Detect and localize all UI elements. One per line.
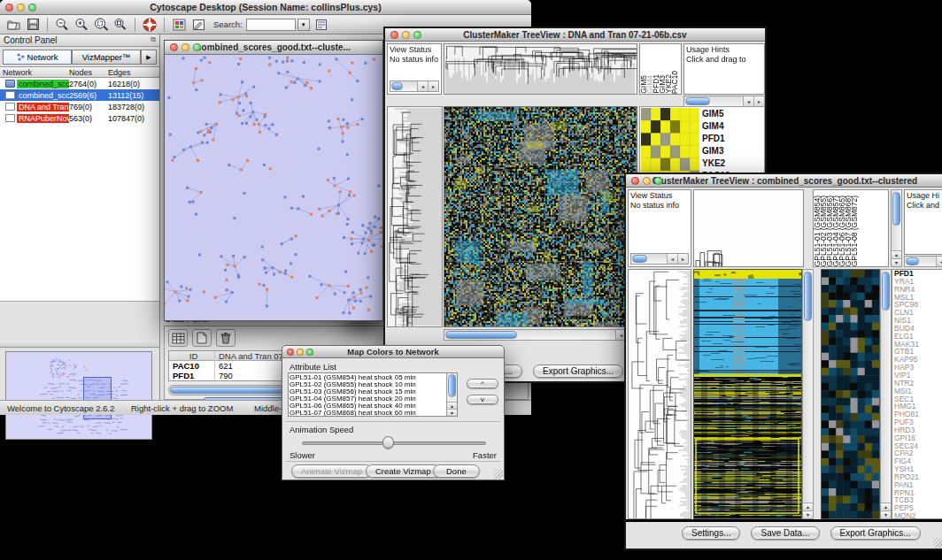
minimize-button[interactable] (297, 349, 304, 356)
zoom-button[interactable] (413, 31, 421, 39)
scroll-up-button[interactable]: ▴ (892, 250, 901, 258)
tv2-gene[interactable]: MON2 (892, 512, 942, 519)
animate-vizmap-button[interactable]: Animate Vizmap (291, 464, 372, 478)
tv1-column-label[interactable]: PAC10 (672, 71, 678, 94)
zoom-button[interactable] (193, 43, 201, 51)
attribute-listbox[interactable]: GPL51-01 (GSM854) heat shock 05 minGPL51… (288, 372, 458, 417)
zoom-in-icon[interactable] (73, 17, 89, 32)
minimize-button[interactable] (181, 43, 189, 51)
tv2-global-heatmap-canvas[interactable] (694, 270, 801, 518)
tv2-labels-vscrollbar[interactable]: ▴▾ (891, 189, 902, 267)
close-button[interactable] (631, 177, 639, 185)
network-table-header[interactable]: Network Nodes Edges (0, 66, 159, 78)
scroll-up-button[interactable]: ▴ (881, 502, 891, 510)
open-session-icon[interactable] (5, 17, 21, 32)
network-overview-canvas[interactable] (6, 352, 151, 439)
tv1-export-graphics-button[interactable]: Export Graphics... (533, 364, 623, 378)
resize-grip[interactable] (493, 469, 503, 479)
slider-thumb[interactable] (382, 436, 394, 449)
vscroll-thumb[interactable] (882, 272, 890, 311)
save-session-icon[interactable] (25, 17, 41, 32)
network-view-titlebar[interactable]: combined_scores_good.txt--cluste... (165, 41, 382, 55)
scroll-right-button[interactable]: ▸ (753, 96, 764, 106)
float-panel-icon[interactable]: ⧉ (151, 35, 156, 45)
tv1-global-heatmap-canvas[interactable] (444, 107, 637, 326)
new-attribute-icon[interactable] (192, 329, 212, 347)
tv1-zoom-gene[interactable]: GIM3 (702, 145, 764, 157)
tv1-column-dendrogram-canvas[interactable] (444, 44, 637, 94)
vscroll-thumb[interactable] (448, 374, 456, 397)
vscroll-thumb[interactable] (892, 192, 900, 226)
tv1-zoom-gene[interactable]: GIM4 (702, 120, 764, 133)
zoom-out-icon[interactable] (54, 17, 70, 32)
tv2-status-hscrollbar[interactable]: ◂▸ (630, 253, 689, 265)
tv2-row-dendrogram-canvas[interactable] (629, 270, 691, 518)
vizmap-icon[interactable] (171, 17, 187, 32)
scroll-right-button[interactable]: ▸ (428, 81, 438, 91)
col-network[interactable]: Network (0, 68, 69, 77)
zoom-button[interactable] (306, 349, 313, 356)
scroll-down-button[interactable]: ▾ (881, 510, 891, 518)
id-column-header[interactable]: ID (169, 351, 215, 361)
tv1-row-dendrogram[interactable] (387, 106, 443, 327)
scroll-left-button[interactable]: ◂ (936, 257, 942, 266)
treeview-dna-titlebar[interactable]: ClusterMaker TreeView : DNA and Tran 07-… (385, 28, 765, 42)
tab-overflow-button[interactable]: ▶ (141, 50, 157, 65)
scroll-left-button[interactable]: ◂ (667, 254, 677, 264)
panel-splitter[interactable] (0, 341, 159, 348)
move-up-button[interactable]: ^ (467, 379, 498, 388)
close-button[interactable] (170, 43, 178, 51)
hscroll-thumb[interactable] (391, 82, 403, 90)
dialog-titlebar[interactable]: Map Colors to Network (282, 346, 504, 358)
zoom-selected-icon[interactable] (93, 17, 109, 32)
network-list-row[interactable]: combined_sco 2569(6) 13112(15) (0, 89, 159, 101)
tv2-usage-hscrollbar[interactable]: ◂ (904, 256, 942, 267)
tv2-global-vscrollbar[interactable]: ▴▾ (802, 269, 814, 519)
scroll-down-button[interactable]: ▾ (447, 409, 457, 416)
tv1-status-hscrollbar[interactable]: ◂▸ (390, 81, 439, 92)
tv2-column-tree-canvas[interactable] (694, 190, 803, 266)
delete-attribute-icon[interactable] (216, 329, 236, 347)
tv2-export-graphics-button[interactable]: Export Graphics... (830, 526, 921, 540)
close-button[interactable] (287, 349, 294, 356)
hscroll-thumb[interactable] (632, 255, 647, 263)
scroll-down-button[interactable]: ▾ (803, 510, 813, 518)
tab-vizmapper[interactable]: VizMapper™ (72, 50, 141, 65)
scroll-left-button[interactable]: ◂ (743, 96, 753, 106)
network-view-canvas[interactable] (165, 55, 382, 320)
animation-speed-slider[interactable] (302, 441, 486, 445)
tv2-zoom-vscrollbar[interactable]: ▴▾ (880, 269, 892, 519)
search-input[interactable] (246, 19, 296, 31)
search-dropdown-button[interactable]: ▼ (297, 19, 310, 31)
close-button[interactable] (5, 4, 13, 12)
tv1-zoom-gene[interactable]: YKE2 (702, 157, 764, 170)
listbox-vscrollbar[interactable]: ▴▾ (446, 373, 457, 416)
network-list-row[interactable]: combined_scores 2764(0) 16218(0) (0, 78, 159, 89)
tv2-column-tree-area[interactable] (693, 189, 804, 267)
filter-icon[interactable] (313, 17, 329, 32)
col-nodes[interactable]: Nodes (69, 68, 108, 77)
tv1-row-dendrogram-canvas[interactable] (388, 107, 442, 326)
help-lifering-icon[interactable] (142, 17, 158, 32)
scroll-right-button[interactable]: ▸ (677, 254, 688, 264)
tv1-zoom-gene[interactable]: GIM5 (702, 108, 764, 120)
vscroll-thumb[interactable] (804, 272, 812, 321)
tv2-row-dendrogram[interactable] (628, 269, 691, 519)
network-list-empty-area[interactable] (0, 124, 159, 302)
scroll-left-button[interactable]: ◂ (417, 81, 428, 91)
resize-grip[interactable] (933, 538, 942, 548)
close-button[interactable] (390, 31, 398, 39)
tv2-zoom-heatmap[interactable] (821, 269, 880, 519)
done-button[interactable]: Done (433, 464, 480, 478)
tv2-global-heatmap[interactable] (693, 269, 802, 519)
tv2-save-data-button[interactable]: Save Data... (751, 526, 819, 540)
hscroll-thumb[interactable] (685, 97, 710, 105)
network-list-row[interactable]: DNA and Tran 07 769(0) 183728(0) (0, 101, 159, 112)
tv1-global-hscrollbar[interactable]: ◂▸ (444, 329, 637, 341)
tab-network[interactable]: Network (3, 50, 72, 65)
attribute-option[interactable]: GPL51-07 (GSM868) heat shock 60 min (290, 410, 445, 417)
minimize-button[interactable] (17, 4, 25, 12)
hscroll-thumb[interactable] (906, 257, 919, 265)
minimize-button[interactable] (402, 31, 410, 39)
col-edges[interactable]: Edges (108, 68, 159, 77)
